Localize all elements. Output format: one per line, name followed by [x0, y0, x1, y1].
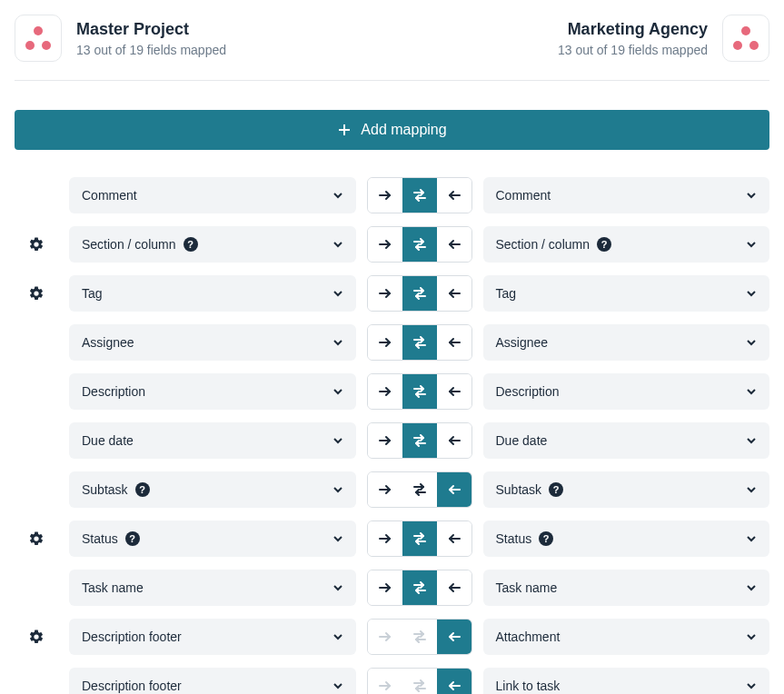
chevron-down-icon	[746, 582, 757, 593]
right-field-select[interactable]: Comment	[483, 177, 770, 213]
direction-bidi-button[interactable]	[402, 472, 437, 507]
direction-right-button[interactable]	[368, 276, 402, 311]
direction-left-button[interactable]	[437, 472, 471, 507]
direction-left-button[interactable]	[437, 276, 471, 311]
right-project-block: Marketing Agency 13 out of 19 fields map…	[558, 15, 769, 62]
right-field-label: Comment	[496, 188, 551, 203]
left-field-select[interactable]: Due date	[69, 422, 356, 459]
left-field-select[interactable]: Subtask?	[69, 471, 356, 508]
chevron-down-icon	[746, 337, 757, 348]
left-field-label: Description footer	[82, 630, 182, 644]
direction-left-button[interactable]	[437, 521, 471, 556]
direction-bidi-button[interactable]	[402, 570, 437, 605]
direction-right-button[interactable]	[368, 521, 402, 556]
right-field-select[interactable]: Status?	[483, 520, 770, 557]
add-mapping-label: Add mapping	[361, 122, 446, 138]
right-field-select[interactable]: Assignee	[483, 324, 770, 361]
direction-left-button[interactable]	[437, 178, 471, 213]
chevron-down-icon	[746, 386, 757, 397]
help-icon[interactable]: ?	[125, 531, 140, 546]
direction-right-button[interactable]	[368, 570, 402, 605]
gear-icon[interactable]	[15, 629, 58, 645]
direction-bidi-button[interactable]	[402, 227, 437, 262]
gear-icon[interactable]	[15, 285, 58, 302]
chevron-down-icon	[746, 631, 757, 642]
left-field-label: Comment	[82, 188, 137, 203]
chevron-down-icon	[746, 533, 757, 544]
direction-bidi-button[interactable]	[402, 521, 437, 556]
direction-group	[367, 570, 472, 606]
direction-bidi-button[interactable]	[402, 374, 437, 409]
right-field-label: Task name	[496, 580, 558, 595]
direction-right-button	[368, 620, 402, 654]
left-field-select[interactable]: Section / column?	[69, 226, 356, 263]
direction-bidi-button[interactable]	[402, 423, 437, 458]
left-project-block: Master Project 13 out of 19 fields mappe…	[15, 15, 226, 62]
chevron-down-icon	[332, 484, 343, 495]
direction-left-button[interactable]	[437, 423, 471, 458]
left-field-select[interactable]: Comment	[69, 177, 356, 213]
direction-bidi-button[interactable]	[402, 276, 437, 311]
direction-right-button[interactable]	[368, 178, 402, 213]
mapping-row: Due dateDue date	[15, 422, 769, 459]
direction-right-button[interactable]	[368, 472, 402, 507]
direction-left-button[interactable]	[437, 669, 471, 694]
direction-left-button[interactable]	[437, 227, 471, 262]
right-field-label: Status	[496, 531, 532, 546]
chevron-down-icon	[332, 435, 343, 446]
chevron-down-icon	[746, 190, 757, 201]
direction-bidi-button[interactable]	[402, 178, 437, 213]
direction-bidi-button[interactable]	[402, 325, 437, 360]
chevron-down-icon	[332, 190, 343, 201]
right-field-select[interactable]: Subtask?	[483, 471, 770, 508]
left-field-select[interactable]: Description	[69, 373, 356, 410]
help-icon[interactable]: ?	[184, 237, 198, 252]
gear-icon[interactable]	[15, 530, 58, 547]
direction-group	[367, 177, 472, 213]
left-field-select[interactable]: Description footer	[69, 619, 356, 655]
chevron-down-icon	[332, 631, 343, 642]
left-project-sub: 13 out of 19 fields mapped	[76, 43, 226, 57]
left-field-select[interactable]: Assignee	[69, 324, 356, 361]
right-field-select[interactable]: Task name	[483, 570, 770, 606]
right-field-select[interactable]: Attachment	[483, 619, 770, 655]
mapping-row: Description footerAttachment	[15, 619, 769, 655]
asana-icon	[722, 15, 769, 62]
right-field-select[interactable]: Link to task	[483, 668, 770, 694]
add-mapping-button[interactable]: Add mapping	[15, 110, 769, 150]
chevron-down-icon	[332, 386, 343, 397]
mapping-row: AssigneeAssignee	[15, 324, 769, 361]
chevron-down-icon	[746, 288, 757, 299]
direction-group	[367, 422, 472, 459]
left-field-select[interactable]: Task name	[69, 570, 356, 606]
left-field-select[interactable]: Tag	[69, 275, 356, 312]
mapping-row: CommentComment	[15, 177, 769, 213]
right-field-select[interactable]: Description	[483, 373, 770, 410]
chevron-down-icon	[332, 680, 343, 691]
help-icon[interactable]: ?	[597, 237, 611, 252]
gear-icon[interactable]	[15, 236, 58, 253]
right-project-title: Marketing Agency	[558, 20, 708, 39]
right-field-select[interactable]: Section / column?	[483, 226, 770, 263]
right-field-label: Attachment	[496, 630, 561, 644]
help-icon[interactable]: ?	[135, 482, 150, 497]
left-field-select[interactable]: Status?	[69, 520, 356, 557]
chevron-down-icon	[746, 435, 757, 446]
left-field-select[interactable]: Description footer	[69, 668, 356, 694]
right-field-select[interactable]: Due date	[483, 422, 770, 459]
direction-left-button[interactable]	[437, 570, 471, 605]
chevron-down-icon	[746, 680, 757, 691]
help-icon[interactable]: ?	[539, 531, 553, 546]
direction-left-button[interactable]	[437, 325, 471, 360]
right-field-label: Section / column	[496, 237, 590, 252]
direction-right-button[interactable]	[368, 374, 402, 409]
right-field-select[interactable]: Tag	[483, 275, 770, 312]
direction-right-button[interactable]	[368, 325, 402, 360]
direction-right-button[interactable]	[368, 227, 402, 262]
direction-right-button[interactable]	[368, 423, 402, 458]
help-icon[interactable]: ?	[549, 482, 563, 497]
chevron-down-icon	[332, 288, 343, 299]
direction-group	[367, 324, 472, 361]
direction-left-button[interactable]	[437, 374, 471, 409]
direction-left-button[interactable]	[437, 620, 471, 654]
